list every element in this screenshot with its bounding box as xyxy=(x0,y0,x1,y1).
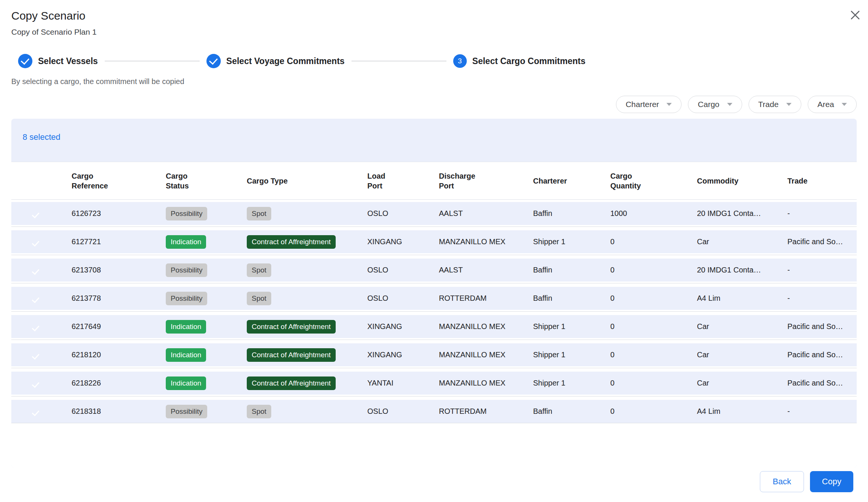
discharge-port-cell: AALST xyxy=(439,266,533,274)
chevron-down-icon xyxy=(727,103,732,106)
selected-count: 8 selected xyxy=(23,132,60,142)
filter-bar: Charterer Cargo Trade Area xyxy=(0,96,857,113)
row-separator xyxy=(11,338,857,343)
table-row[interactable]: 6127721 Indication Contract of Affreight… xyxy=(11,230,857,253)
cargo-reference-cell: 6126723 xyxy=(72,209,166,218)
charterer-cell: Shipper 1 xyxy=(533,379,610,387)
discharge-port-cell: MANZANILLO MEX xyxy=(439,237,533,246)
step-select-voyage-commitments[interactable]: Select Voyage Commitments xyxy=(206,54,345,68)
close-button[interactable] xyxy=(847,7,863,23)
commodity-cell: A4 Lim xyxy=(697,407,787,416)
table-row[interactable]: 6213778 Possibility Spot OSLO ROTTERDAM … xyxy=(11,287,857,310)
table-row[interactable]: 6213708 Possibility Spot OSLO AALST Baff… xyxy=(11,259,857,282)
table-row[interactable]: 6217649 Indication Contract of Affreight… xyxy=(11,315,857,338)
stepper: Select Vessels Select Voyage Commitments… xyxy=(18,54,868,68)
charterer-cell: Baffin xyxy=(533,407,610,416)
filter-label: Trade xyxy=(758,100,779,109)
area-filter-dropdown[interactable]: Area xyxy=(808,96,857,113)
trade-cell: Pacific and So… xyxy=(787,322,857,331)
column-header-commodity: Commodity xyxy=(697,176,787,186)
chevron-down-icon xyxy=(666,103,672,106)
step-label: Select Cargo Commitments xyxy=(472,56,585,66)
load-port-cell: OSLO xyxy=(367,407,439,416)
chevron-down-icon xyxy=(786,103,792,106)
back-button[interactable]: Back xyxy=(760,471,804,492)
trade-filter-dropdown[interactable]: Trade xyxy=(749,96,801,113)
charterer-filter-dropdown[interactable]: Charterer xyxy=(616,96,682,113)
close-icon xyxy=(849,9,862,21)
table-row[interactable]: 6218226 Indication Contract of Affreight… xyxy=(11,372,857,395)
trade-cell: - xyxy=(787,294,857,303)
load-port-cell: OSLO xyxy=(367,294,439,303)
cargo-quantity-cell: 0 xyxy=(610,379,697,387)
step-completed-check-icon xyxy=(18,54,32,68)
step-number-badge: 3 xyxy=(453,54,467,68)
helper-text: By selecting a cargo, the commitment wil… xyxy=(11,77,868,86)
load-port-cell: YANTAI xyxy=(367,379,439,387)
charterer-cell: Shipper 1 xyxy=(533,322,610,331)
column-header-cargo-status: Cargo Status xyxy=(166,171,247,191)
cargo-filter-dropdown[interactable]: Cargo xyxy=(688,96,742,113)
discharge-port-cell: AALST xyxy=(439,209,533,218)
cargo-quantity-cell: 0 xyxy=(610,407,697,416)
discharge-port-cell: MANZANILLO MEX xyxy=(439,379,533,387)
page-title: Copy Scenario xyxy=(11,8,857,23)
cargo-status-chip: Possibility xyxy=(166,292,207,305)
step-select-vessels[interactable]: Select Vessels xyxy=(18,54,98,68)
row-separator xyxy=(11,225,857,230)
step-select-cargo-commitments[interactable]: 3 Select Cargo Commitments xyxy=(453,54,585,68)
page-subtitle: Copy of Scenario Plan 1 xyxy=(11,27,857,37)
row-separator xyxy=(11,366,857,372)
trade-cell: Pacific and So… xyxy=(787,350,857,359)
cargo-reference-cell: 6217649 xyxy=(72,322,166,331)
cargo-quantity-cell: 1000 xyxy=(610,209,697,218)
cargo-type-chip: Contract of Affreightment xyxy=(247,235,336,249)
charterer-cell: Shipper 1 xyxy=(533,350,610,359)
cargo-status-chip: Indication xyxy=(166,235,206,249)
commodity-cell: 20 IMDG1 Conta… xyxy=(697,266,787,274)
table-row[interactable]: 6126723 Possibility Spot OSLO AALST Baff… xyxy=(11,202,857,225)
table-footer-spacer xyxy=(11,423,857,468)
commodity-cell: Car xyxy=(697,237,787,246)
commodity-cell: Car xyxy=(697,379,787,387)
charterer-cell: Baffin xyxy=(533,209,610,218)
cargo-commitments-table: 8 selected Cargo Reference Cargo Status … xyxy=(11,119,857,468)
stepper-connector xyxy=(105,61,200,61)
discharge-port-cell: ROTTERDAM xyxy=(439,294,533,303)
cargo-quantity-cell: 0 xyxy=(610,237,697,246)
load-port-cell: XINGANG xyxy=(367,350,439,359)
column-header-cargo-reference: Cargo Reference xyxy=(72,171,166,191)
cargo-type-chip: Contract of Affreightment xyxy=(247,320,336,334)
dialog-footer: Back Copy xyxy=(0,471,868,492)
cargo-type-chip: Spot xyxy=(247,207,271,220)
cargo-reference-cell: 6218120 xyxy=(72,350,166,359)
commodity-cell: Car xyxy=(697,322,787,331)
cargo-status-chip: Possibility xyxy=(166,207,207,220)
stepper-connector xyxy=(351,61,446,61)
trade-cell: Pacific and So… xyxy=(787,237,857,246)
trade-cell: - xyxy=(787,407,857,416)
column-header-charterer: Charterer xyxy=(533,176,610,186)
row-separator xyxy=(11,282,857,287)
discharge-port-cell: ROTTERDAM xyxy=(439,407,533,416)
column-header-cargo-type: Cargo Type xyxy=(247,176,367,186)
table-row[interactable]: 6218318 Possibility Spot OSLO ROTTERDAM … xyxy=(11,400,857,423)
copy-button[interactable]: Copy xyxy=(810,471,853,492)
trade-cell: - xyxy=(787,266,857,274)
cargo-type-chip: Contract of Affreightment xyxy=(247,376,336,390)
commodity-cell: 20 IMDG1 Conta… xyxy=(697,209,787,218)
table-row[interactable]: 6218120 Indication Contract of Affreight… xyxy=(11,343,857,366)
row-separator xyxy=(11,253,857,259)
discharge-port-cell: MANZANILLO MEX xyxy=(439,322,533,331)
cargo-quantity-cell: 0 xyxy=(610,266,697,274)
cargo-quantity-cell: 0 xyxy=(610,322,697,331)
charterer-cell: Baffin xyxy=(533,266,610,274)
cargo-status-chip: Indication xyxy=(166,348,206,362)
cargo-reference-cell: 6218318 xyxy=(72,407,166,416)
cargo-reference-cell: 6218226 xyxy=(72,379,166,387)
commodity-cell: Car xyxy=(697,350,787,359)
step-completed-check-icon xyxy=(206,54,221,68)
row-separator xyxy=(11,310,857,315)
load-port-cell: XINGANG xyxy=(367,237,439,246)
cargo-type-chip: Spot xyxy=(247,292,271,305)
